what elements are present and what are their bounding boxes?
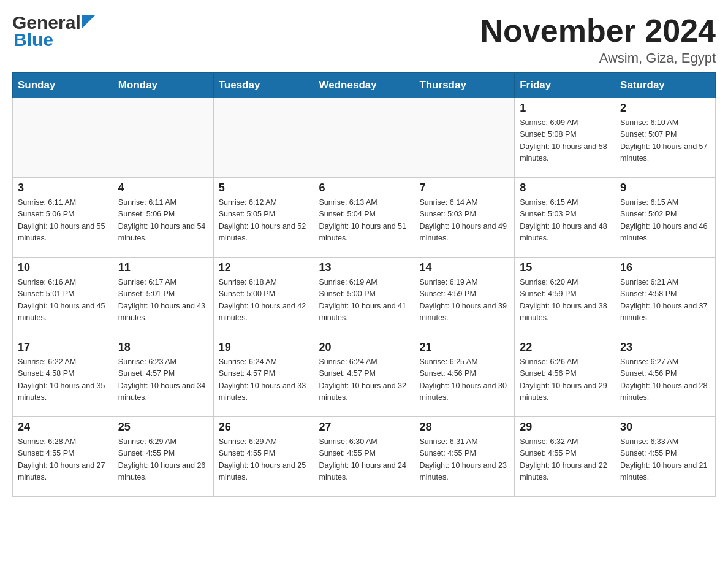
weekday-header-tuesday: Tuesday xyxy=(213,73,314,98)
calendar-cell: 12Sunrise: 6:18 AMSunset: 5:00 PMDayligh… xyxy=(213,258,314,337)
week-row-1: 1Sunrise: 6:09 AMSunset: 5:08 PMDaylight… xyxy=(13,98,716,178)
weekday-header-row: SundayMondayTuesdayWednesdayThursdayFrid… xyxy=(13,73,716,98)
calendar-cell xyxy=(213,98,314,178)
calendar-cell: 9Sunrise: 6:15 AMSunset: 5:02 PMDaylight… xyxy=(615,178,716,258)
calendar-cell: 19Sunrise: 6:24 AMSunset: 4:57 PMDayligh… xyxy=(213,337,314,417)
day-sun-info: Sunrise: 6:11 AMSunset: 5:06 PMDaylight:… xyxy=(18,197,108,245)
calendar-table: SundayMondayTuesdayWednesdayThursdayFrid… xyxy=(12,72,716,497)
calendar-cell: 10Sunrise: 6:16 AMSunset: 5:01 PMDayligh… xyxy=(13,258,113,337)
day-number: 4 xyxy=(118,182,208,194)
calendar-cell: 13Sunrise: 6:19 AMSunset: 5:00 PMDayligh… xyxy=(314,258,414,337)
day-number: 18 xyxy=(118,341,208,354)
weekday-header-monday: Monday xyxy=(113,73,213,98)
day-number: 10 xyxy=(18,261,108,274)
day-sun-info: Sunrise: 6:11 AMSunset: 5:06 PMDaylight:… xyxy=(118,197,208,245)
calendar-cell: 24Sunrise: 6:28 AMSunset: 4:55 PMDayligh… xyxy=(13,417,113,497)
day-number: 2 xyxy=(620,102,710,115)
day-sun-info: Sunrise: 6:24 AMSunset: 4:57 PMDaylight:… xyxy=(319,356,409,404)
day-number: 14 xyxy=(419,261,509,274)
calendar-cell: 26Sunrise: 6:29 AMSunset: 4:55 PMDayligh… xyxy=(213,417,314,497)
day-sun-info: Sunrise: 6:10 AMSunset: 5:07 PMDaylight:… xyxy=(620,117,710,165)
day-sun-info: Sunrise: 6:17 AMSunset: 5:01 PMDaylight:… xyxy=(118,277,208,324)
day-number: 3 xyxy=(18,182,108,194)
day-number: 20 xyxy=(319,341,409,354)
calendar-cell: 21Sunrise: 6:25 AMSunset: 4:56 PMDayligh… xyxy=(414,337,515,417)
calendar-cell: 25Sunrise: 6:29 AMSunset: 4:55 PMDayligh… xyxy=(113,417,213,497)
day-number: 28 xyxy=(419,421,509,434)
day-sun-info: Sunrise: 6:12 AMSunset: 5:05 PMDaylight:… xyxy=(219,197,309,245)
calendar-cell: 16Sunrise: 6:21 AMSunset: 4:58 PMDayligh… xyxy=(615,258,716,337)
calendar-cell: 2Sunrise: 6:10 AMSunset: 5:07 PMDaylight… xyxy=(615,98,716,178)
day-sun-info: Sunrise: 6:33 AMSunset: 4:55 PMDaylight:… xyxy=(620,436,710,484)
day-sun-info: Sunrise: 6:15 AMSunset: 5:02 PMDaylight:… xyxy=(620,197,710,245)
calendar-cell: 4Sunrise: 6:11 AMSunset: 5:06 PMDaylight… xyxy=(113,178,213,258)
day-sun-info: Sunrise: 6:29 AMSunset: 4:55 PMDaylight:… xyxy=(118,436,208,484)
day-number: 29 xyxy=(520,421,610,434)
day-number: 25 xyxy=(118,421,208,434)
day-number: 7 xyxy=(419,182,509,194)
weekday-header-sunday: Sunday xyxy=(13,73,113,98)
day-number: 24 xyxy=(18,421,108,434)
calendar-cell: 20Sunrise: 6:24 AMSunset: 4:57 PMDayligh… xyxy=(314,337,414,417)
logo-arrow-icon xyxy=(82,15,96,28)
calendar-cell: 8Sunrise: 6:15 AMSunset: 5:03 PMDaylight… xyxy=(515,178,615,258)
svg-marker-0 xyxy=(82,15,96,28)
calendar-cell: 5Sunrise: 6:12 AMSunset: 5:05 PMDaylight… xyxy=(213,178,314,258)
calendar-cell: 29Sunrise: 6:32 AMSunset: 4:55 PMDayligh… xyxy=(515,417,615,497)
title-section: November 2024 Awsim, Giza, Egypt xyxy=(480,12,716,66)
page-header: General Blue November 2024 Awsim, Giza, … xyxy=(12,12,716,66)
day-sun-info: Sunrise: 6:13 AMSunset: 5:04 PMDaylight:… xyxy=(319,197,409,245)
day-sun-info: Sunrise: 6:32 AMSunset: 4:55 PMDaylight:… xyxy=(520,436,610,484)
day-sun-info: Sunrise: 6:18 AMSunset: 5:00 PMDaylight:… xyxy=(219,277,309,324)
day-number: 21 xyxy=(419,341,509,354)
day-number: 15 xyxy=(520,261,610,274)
day-number: 13 xyxy=(319,261,409,274)
weekday-header-wednesday: Wednesday xyxy=(314,73,414,98)
logo-blue-text: Blue xyxy=(13,29,53,50)
location-subtitle: Awsim, Giza, Egypt xyxy=(480,50,716,66)
calendar-cell: 11Sunrise: 6:17 AMSunset: 5:01 PMDayligh… xyxy=(113,258,213,337)
day-sun-info: Sunrise: 6:26 AMSunset: 4:56 PMDaylight:… xyxy=(520,356,610,404)
day-number: 9 xyxy=(620,182,710,194)
calendar-cell: 3Sunrise: 6:11 AMSunset: 5:06 PMDaylight… xyxy=(13,178,113,258)
day-sun-info: Sunrise: 6:23 AMSunset: 4:57 PMDaylight:… xyxy=(118,356,208,404)
calendar-cell: 28Sunrise: 6:31 AMSunset: 4:55 PMDayligh… xyxy=(414,417,515,497)
day-number: 22 xyxy=(520,341,610,354)
day-number: 17 xyxy=(18,341,108,354)
day-sun-info: Sunrise: 6:22 AMSunset: 4:58 PMDaylight:… xyxy=(18,356,108,404)
day-sun-info: Sunrise: 6:31 AMSunset: 4:55 PMDaylight:… xyxy=(419,436,509,484)
month-title: November 2024 xyxy=(480,12,716,49)
calendar-cell: 30Sunrise: 6:33 AMSunset: 4:55 PMDayligh… xyxy=(615,417,716,497)
day-sun-info: Sunrise: 6:28 AMSunset: 4:55 PMDaylight:… xyxy=(18,436,108,484)
week-row-5: 24Sunrise: 6:28 AMSunset: 4:55 PMDayligh… xyxy=(13,417,716,497)
day-number: 1 xyxy=(520,102,610,115)
day-number: 16 xyxy=(620,261,710,274)
calendar-cell: 17Sunrise: 6:22 AMSunset: 4:58 PMDayligh… xyxy=(13,337,113,417)
day-number: 6 xyxy=(319,182,409,194)
day-number: 26 xyxy=(219,421,309,434)
day-number: 11 xyxy=(118,261,208,274)
day-sun-info: Sunrise: 6:09 AMSunset: 5:08 PMDaylight:… xyxy=(520,117,610,165)
week-row-2: 3Sunrise: 6:11 AMSunset: 5:06 PMDaylight… xyxy=(13,178,716,258)
calendar-cell: 6Sunrise: 6:13 AMSunset: 5:04 PMDaylight… xyxy=(314,178,414,258)
weekday-header-saturday: Saturday xyxy=(615,73,716,98)
day-number: 27 xyxy=(319,421,409,434)
day-sun-info: Sunrise: 6:29 AMSunset: 4:55 PMDaylight:… xyxy=(219,436,309,484)
day-sun-info: Sunrise: 6:30 AMSunset: 4:55 PMDaylight:… xyxy=(319,436,409,484)
day-number: 8 xyxy=(520,182,610,194)
calendar-cell xyxy=(113,98,213,178)
week-row-3: 10Sunrise: 6:16 AMSunset: 5:01 PMDayligh… xyxy=(13,258,716,337)
calendar-cell: 14Sunrise: 6:19 AMSunset: 4:59 PMDayligh… xyxy=(414,258,515,337)
day-sun-info: Sunrise: 6:19 AMSunset: 5:00 PMDaylight:… xyxy=(319,277,409,324)
day-sun-info: Sunrise: 6:21 AMSunset: 4:58 PMDaylight:… xyxy=(620,277,710,324)
day-sun-info: Sunrise: 6:16 AMSunset: 5:01 PMDaylight:… xyxy=(18,277,108,324)
day-sun-info: Sunrise: 6:15 AMSunset: 5:03 PMDaylight:… xyxy=(520,197,610,245)
day-sun-info: Sunrise: 6:20 AMSunset: 4:59 PMDaylight:… xyxy=(520,277,610,324)
day-sun-info: Sunrise: 6:27 AMSunset: 4:56 PMDaylight:… xyxy=(620,356,710,404)
day-sun-info: Sunrise: 6:25 AMSunset: 4:56 PMDaylight:… xyxy=(419,356,509,404)
weekday-header-friday: Friday xyxy=(515,73,615,98)
calendar-cell: 18Sunrise: 6:23 AMSunset: 4:57 PMDayligh… xyxy=(113,337,213,417)
calendar-cell: 1Sunrise: 6:09 AMSunset: 5:08 PMDaylight… xyxy=(515,98,615,178)
calendar-cell: 23Sunrise: 6:27 AMSunset: 4:56 PMDayligh… xyxy=(615,337,716,417)
calendar-cell xyxy=(13,98,113,178)
